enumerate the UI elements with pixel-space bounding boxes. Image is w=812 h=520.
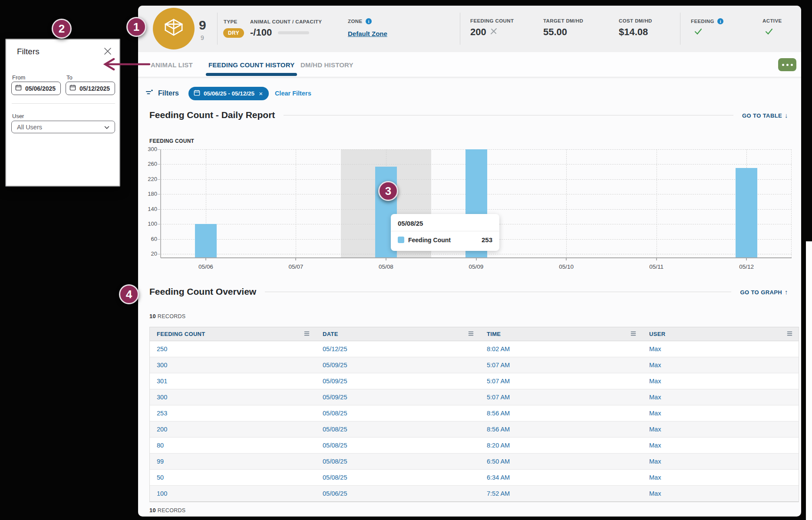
header-divider [217,13,218,45]
y-axis-title: FEEDING COUNT [149,138,194,144]
gridline-vertical [566,149,567,258]
go-to-graph-link[interactable]: GO TO GRAPH↑ [740,288,788,296]
date-range-chip-label: 05/06/25 - 05/12/25 [204,90,254,97]
column-header-time[interactable]: TIME [480,327,642,341]
more-actions-button[interactable] [778,58,796,71]
table-section-header: Feeding Count Overview GO TO GRAPH↑ [149,286,788,297]
from-date-field[interactable] [11,82,61,95]
cell-time: 6:50 AM [480,454,642,469]
gridline-vertical [657,149,657,258]
y-tick-label: 300 [140,146,157,152]
tab-dm-hd-history[interactable]: DM/HD HISTORY [300,52,353,77]
feeding-count-bar[interactable] [195,224,217,258]
capacity-progress-bar [278,31,309,34]
cell-feeding-count: 50 [150,470,316,485]
section-divider [284,115,733,115]
user-select[interactable]: All Users [11,121,115,133]
animal-count-label: ANIMAL COUNT / CAPACITY [250,19,322,24]
target-dm-label: TARGET DM/HD [543,18,583,23]
table-row: 5005/08/256:34 AMMax [150,470,799,486]
table-row: 20005/08/258:56 AMMax [150,421,799,438]
popup-divider [12,103,115,104]
table-row: 10005/06/257:52 AMMax [150,486,799,502]
graph-section-header: Feeding Count - Daily Report GO TO TABLE… [149,110,788,120]
gridline-vertical [296,149,296,258]
cell-user: Max [642,373,799,389]
annotation-badge-3: 3 [378,181,398,201]
table-body: 25005/12/258:02 AMMax30005/09/255:07 AMM… [150,341,799,502]
column-header-feeding-count[interactable]: FEEDING COUNT [150,327,316,341]
cell-feeding-count: 99 [150,454,316,469]
x-tick-label: 05/08 [369,263,403,270]
cost-dm-value: $14.08 [619,26,648,38]
calendar-icon [194,89,200,97]
x-tick-mark [566,258,567,260]
cell-date: 05/08/25 [316,438,480,453]
svg-text:i: i [368,20,369,24]
x-tick-mark [386,258,386,260]
user-label: User [12,113,24,119]
cell-date: 05/08/25 [316,405,480,421]
x-tick-label: 05/09 [459,263,494,270]
user-select-value: All Users [17,124,42,131]
y-tick-label: 180 [140,191,157,197]
column-menu-icon[interactable] [630,331,636,337]
tab-bar: ANIMAL LIST FEEDING COUNT HISTORY DM/HD … [138,52,801,77]
feeding-disabled-icon [489,27,498,37]
to-date-input[interactable] [79,85,115,92]
info-icon[interactable]: i [366,18,372,24]
calendar-icon [15,84,22,92]
column-menu-icon[interactable] [468,331,474,337]
to-label: To [66,74,73,81]
arrow-up-icon: ↑ [785,288,788,296]
x-tick-label: 05/10 [549,263,584,270]
column-header-date[interactable]: DATE [316,327,480,341]
zone-label: ZONE [348,19,363,24]
feeding-count-chart: FEEDING COUNT 2060100140180220260300 05/… [138,138,801,283]
table-header-row: FEEDING COUNTDATETIMEUSER [150,327,799,341]
table-row: 30105/09/255:07 AMMax [150,373,799,389]
default-zone-link[interactable]: Default Zone [348,30,387,37]
graph-section-title: Feeding Count - Daily Report [149,110,275,120]
feeding-count-table: FEEDING COUNTDATETIMEUSER 25005/12/258:0… [149,327,799,502]
column-header-user[interactable]: USER [642,327,799,341]
column-menu-icon[interactable] [787,331,792,337]
cell-date: 05/06/25 [316,486,480,501]
x-tick-mark [476,258,477,260]
cell-date: 05/09/25 [316,389,480,405]
clear-filters-link[interactable]: Clear Filters [275,90,311,97]
from-date-input[interactable] [25,85,61,92]
pen-number: 9 [199,18,206,33]
feeding-count-value: 200 [470,26,486,38]
feeding-count-bar[interactable] [736,168,757,258]
feeding-status-label: FEEDING [691,19,714,24]
cell-date: 05/08/25 [316,454,480,469]
cell-date: 05/09/25 [316,373,480,389]
column-menu-icon[interactable] [304,331,310,337]
feeding-check-icon [693,27,703,36]
chip-close-icon[interactable]: × [259,90,263,97]
arrow-down-icon: ↓ [785,112,788,119]
scrollbar-track[interactable] [806,241,812,520]
cell-date: 05/08/25 [316,470,480,485]
filter-icon [145,89,153,98]
tab-animal-list[interactable]: ANIMAL LIST [151,52,193,77]
from-label: From [12,74,25,81]
cell-time: 7:52 AM [480,486,642,501]
close-icon[interactable] [102,46,113,57]
go-to-table-link[interactable]: GO TO TABLE↓ [742,112,788,119]
tab-feeding-count-history[interactable]: FEEDING COUNT HISTORY [208,52,294,77]
calendar-icon [69,84,76,92]
cell-feeding-count: 300 [150,357,316,373]
cell-user: Max [642,421,799,437]
animal-count-value: -/100 [250,27,272,38]
date-range-chip[interactable]: 05/06/25 - 05/12/25 × [188,87,269,100]
cell-feeding-count: 200 [150,421,316,437]
x-tick-label: 05/06 [188,263,223,270]
info-icon[interactable]: i [717,18,723,24]
active-status-label: ACTIVE [762,18,782,23]
filter-bar: Filters 05/06/25 - 05/12/25 × Clear Filt… [145,85,311,102]
annotation-badge-4: 4 [119,284,139,304]
to-date-field[interactable] [66,82,115,95]
cell-feeding-count: 100 [150,486,316,501]
